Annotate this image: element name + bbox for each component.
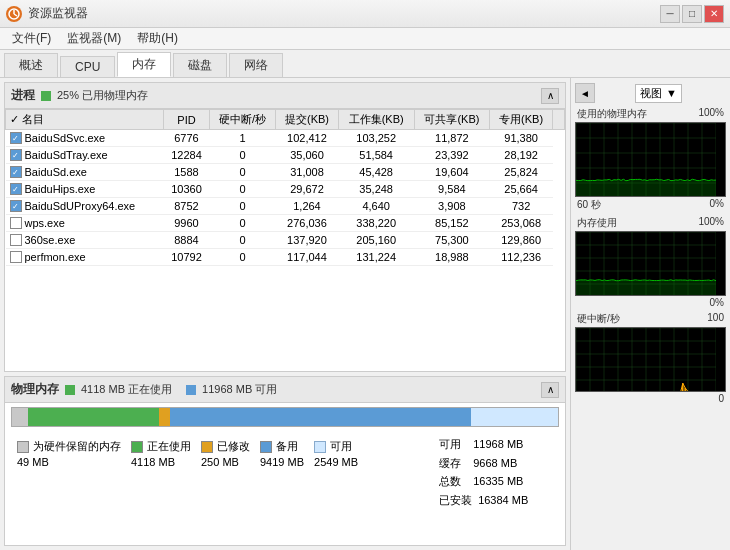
table-row: BaiduSdUProxy64.exe 8752 0 1,264 4,640 3… bbox=[6, 198, 565, 215]
col-shareable[interactable]: 可共享(KB) bbox=[414, 110, 490, 130]
modified-value: 250 MB bbox=[201, 456, 250, 468]
process-hardfaults: 0 bbox=[209, 215, 275, 232]
col-hardfaults[interactable]: 硬中断/秒 bbox=[209, 110, 275, 130]
reserved-value: 49 MB bbox=[17, 456, 121, 468]
process-workingset: 131,224 bbox=[338, 249, 414, 266]
process-commit: 31,008 bbox=[276, 164, 339, 181]
process-workingset: 103,252 bbox=[338, 130, 414, 147]
right-panel: ◄ 视图 ▼ 使用的物理内存 100% 60 秒 0% bbox=[570, 78, 730, 550]
mem-reserved-bar bbox=[12, 408, 28, 426]
process-table-container[interactable]: ✓ 名目 PID 硬中断/秒 提交(KB) 工作集(KB) 可共享(KB) 专用… bbox=[5, 109, 565, 371]
process-private: 129,860 bbox=[490, 232, 553, 249]
stat-total: 总数 16335 MB bbox=[439, 472, 559, 491]
chart3-label: 硬中断/秒 bbox=[577, 312, 620, 326]
legend-used: 正在使用 4118 MB bbox=[131, 439, 191, 506]
chart3-graph bbox=[575, 327, 726, 392]
process-name: BaiduSd.exe bbox=[25, 166, 87, 178]
chart2-label: 内存使用 bbox=[577, 216, 617, 230]
free-color bbox=[314, 441, 326, 453]
reserved-label: 为硬件保留的内存 bbox=[33, 439, 121, 454]
chart3-max: 100 bbox=[707, 312, 724, 326]
process-checkbox[interactable] bbox=[10, 217, 22, 229]
col-workingset[interactable]: 工作集(KB) bbox=[338, 110, 414, 130]
menu-file[interactable]: 文件(F) bbox=[4, 28, 59, 49]
process-workingset: 205,160 bbox=[338, 232, 414, 249]
tab-cpu[interactable]: CPU bbox=[60, 56, 115, 77]
tab-disk[interactable]: 磁盘 bbox=[173, 53, 227, 77]
process-checkbox[interactable] bbox=[10, 132, 22, 144]
process-shareable: 11,872 bbox=[414, 130, 490, 147]
stat-installed: 已安装 16384 MB bbox=[439, 491, 559, 510]
process-private: 253,068 bbox=[490, 215, 553, 232]
memory-used-label: 4118 MB 正在使用 bbox=[81, 382, 172, 397]
process-pid: 10792 bbox=[164, 249, 210, 266]
process-hardfaults: 0 bbox=[209, 232, 275, 249]
chart2-label-row: 内存使用 100% bbox=[575, 215, 726, 231]
memory-title: 物理内存 bbox=[11, 381, 59, 398]
chart1-label: 使用的物理内存 bbox=[577, 107, 647, 121]
process-name-cell: BaiduHips.exe bbox=[6, 181, 164, 198]
right-panel-header: ◄ 视图 ▼ bbox=[575, 82, 726, 104]
process-name-cell: wps.exe bbox=[6, 215, 164, 232]
process-pid: 10360 bbox=[164, 181, 210, 198]
process-workingset: 338,220 bbox=[338, 215, 414, 232]
tab-network[interactable]: 网络 bbox=[229, 53, 283, 77]
green-indicator bbox=[41, 91, 51, 101]
chart1-time: 60 秒 bbox=[577, 198, 601, 212]
process-hardfaults: 0 bbox=[209, 198, 275, 215]
col-name[interactable]: ✓ 名目 bbox=[6, 110, 164, 130]
process-shareable: 23,392 bbox=[414, 147, 490, 164]
process-collapse-btn[interactable]: ∧ bbox=[541, 88, 559, 104]
process-name-cell: BaiduSdSvc.exe bbox=[6, 130, 164, 147]
chart3-footer: 0 bbox=[575, 392, 726, 405]
menu-bar: 文件(F) 监视器(M) 帮助(H) bbox=[0, 28, 730, 50]
process-checkbox[interactable] bbox=[10, 183, 22, 195]
free-label: 可用 bbox=[330, 439, 352, 454]
title-bar: 资源监视器 ─ □ ✕ bbox=[0, 0, 730, 28]
process-checkbox[interactable] bbox=[10, 166, 22, 178]
process-shareable: 9,584 bbox=[414, 181, 490, 198]
process-table: ✓ 名目 PID 硬中断/秒 提交(KB) 工作集(KB) 可共享(KB) 专用… bbox=[5, 109, 565, 266]
process-header: 进程 25% 已用物理内存 ∧ bbox=[5, 83, 565, 109]
process-hardfaults: 0 bbox=[209, 147, 275, 164]
process-shareable: 85,152 bbox=[414, 215, 490, 232]
free-value: 2549 MB bbox=[314, 456, 358, 468]
window: 资源监视器 ─ □ ✕ 文件(F) 监视器(M) 帮助(H) 概述 CPU 内存… bbox=[0, 0, 730, 550]
process-pid: 12284 bbox=[164, 147, 210, 164]
col-pid[interactable]: PID bbox=[164, 110, 210, 130]
process-name-cell: BaiduSdUProxy64.exe bbox=[6, 198, 164, 215]
minimize-button[interactable]: ─ bbox=[660, 5, 680, 23]
process-commit: 29,672 bbox=[276, 181, 339, 198]
memory-details: 为硬件保留的内存 49 MB 正在使用 4118 MB bbox=[5, 431, 565, 514]
process-private: 91,380 bbox=[490, 130, 553, 147]
process-checkbox[interactable] bbox=[10, 200, 22, 212]
process-name: wps.exe bbox=[25, 217, 65, 229]
process-checkbox[interactable] bbox=[10, 251, 22, 263]
menu-monitor[interactable]: 监视器(M) bbox=[59, 28, 129, 49]
tab-overview[interactable]: 概述 bbox=[4, 53, 58, 77]
reserved-color bbox=[17, 441, 29, 453]
maximize-button[interactable]: □ bbox=[682, 5, 702, 23]
process-name-cell: BaiduSdTray.exe bbox=[6, 147, 164, 164]
menu-help[interactable]: 帮助(H) bbox=[129, 28, 186, 49]
chart1-max: 100% bbox=[698, 107, 724, 121]
col-private[interactable]: 专用(KB) bbox=[490, 110, 553, 130]
process-checkbox[interactable] bbox=[10, 149, 22, 161]
standby-label: 备用 bbox=[276, 439, 298, 454]
memory-legend: 为硬件保留的内存 49 MB 正在使用 4118 MB bbox=[11, 435, 439, 510]
process-hardfaults: 0 bbox=[209, 164, 275, 181]
close-button[interactable]: ✕ bbox=[704, 5, 724, 23]
nav-back-button[interactable]: ◄ bbox=[575, 83, 595, 103]
view-dropdown[interactable]: 视图 ▼ bbox=[635, 84, 682, 103]
process-name: BaiduSdTray.exe bbox=[25, 149, 108, 161]
process-checkbox[interactable] bbox=[10, 234, 22, 246]
col-commit[interactable]: 提交(KB) bbox=[276, 110, 339, 130]
col-spacer bbox=[553, 110, 565, 130]
process-title: 进程 bbox=[11, 87, 35, 104]
legend-standby: 备用 9419 MB bbox=[260, 439, 304, 506]
chart1-graph bbox=[575, 122, 726, 197]
tab-memory[interactable]: 内存 bbox=[117, 52, 171, 77]
table-row: perfmon.exe 10792 0 117,044 131,224 18,9… bbox=[6, 249, 565, 266]
table-row: BaiduSdSvc.exe 6776 1 102,412 103,252 11… bbox=[6, 130, 565, 147]
memory-collapse-btn[interactable]: ∧ bbox=[541, 382, 559, 398]
